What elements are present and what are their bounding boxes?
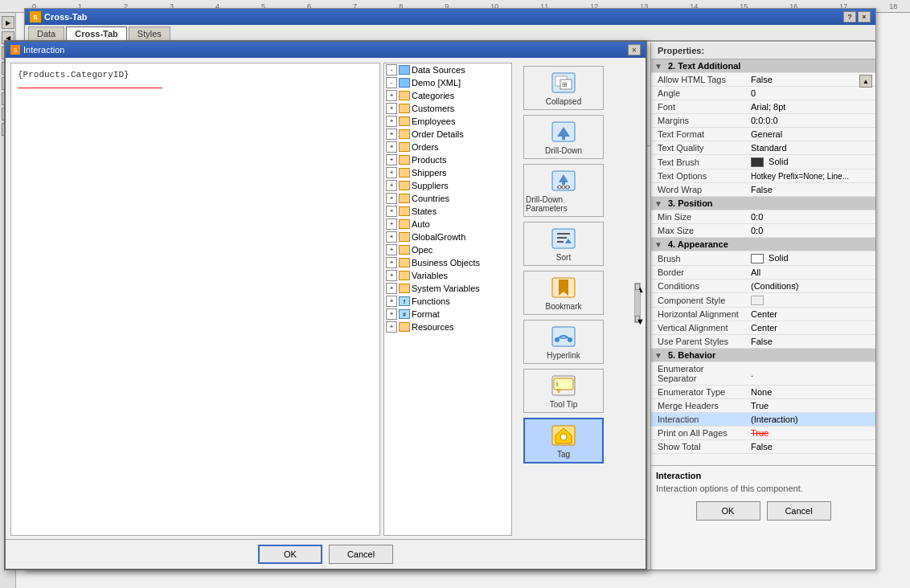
drill-down-label: Drill-Down [545,146,582,155]
tree-row-order-details[interactable]: + Order Details [384,128,511,141]
tag-svg [551,424,576,447]
expand-auto[interactable]: + [386,218,397,230]
tree-row-globalgrowth[interactable]: + GlobalGrowth [384,231,511,243]
value-font: Arial; 8pt [748,100,875,114]
section-position: ▼ 3. Position [651,197,875,210]
expand-products-tree[interactable]: + [386,154,397,165]
expand-format[interactable]: + [386,308,397,320]
tree-row-orders[interactable]: + Orders [384,141,511,153]
expand-customers[interactable]: + [386,103,397,114]
svg-point-25 [555,337,560,342]
props-ok-btn[interactable]: OK [696,501,760,521]
label-vert-align: Vertical Alignment [651,321,748,335]
expand-shippers[interactable]: + [386,167,397,178]
section-3-collapse[interactable]: ▼ [654,199,662,208]
section-5-collapse[interactable]: ▼ [654,351,662,360]
dialog-close-btn[interactable]: × [628,44,641,55]
drill-down-svg [551,120,576,143]
collapsed-btn[interactable]: ⊞ Collapsed [523,66,604,110]
tag-label: Tag [557,450,570,459]
tree-row-format[interactable]: + # Format [384,308,511,321]
label-word-wrap: Word Wrap [651,183,748,197]
value-angle: 0 [748,87,875,100]
tree-row-shippers[interactable]: + Shippers [384,166,511,179]
expand-orders[interactable]: + [386,141,397,153]
row-vert-align: Vertical Alignment Center [651,321,875,335]
expand-globalgrowth[interactable]: + [386,231,397,243]
toolbar-btn-1[interactable]: ▶ [2,16,14,29]
props-cancel-btn[interactable]: Cancel [767,501,831,521]
expand-functions[interactable]: + [386,296,397,307]
expand-countries[interactable]: + [386,193,397,204]
tab-data[interactable]: Data [28,27,64,40]
tree-row-auto[interactable]: + Auto [384,218,511,231]
row-text-format: Text Format General [651,128,875,141]
tree-row-system-variables[interactable]: + System Variables [384,282,511,295]
section-2-collapse[interactable]: ▼ [654,62,662,71]
tag-icon [551,423,576,448]
props-scroll-up[interactable]: ▲ [859,75,872,88]
vscroll-up[interactable]: ▲ [635,284,640,290]
tree-row-variables[interactable]: + Variables [384,269,511,282]
tooltip-btn[interactable]: i Tool Tip [523,369,604,413]
dialog-ok-btn[interactable]: OK [258,545,322,564]
label-print-all-pages: Print on All Pages [651,427,748,440]
tree-row-demo-xml[interactable]: - Demo [XML] [384,76,511,89]
section-4-collapse[interactable]: ▼ [654,240,662,249]
svg-point-16 [566,186,569,189]
expand-business-objects[interactable]: + [386,257,397,268]
vscroll-down[interactable]: ▼ [635,316,640,322]
tab-crosstab[interactable]: Cross-Tab [66,27,127,40]
expand-variables[interactable]: + [386,270,397,281]
expand-suppliers-tree[interactable]: + [386,180,397,191]
demo-xml-label: Demo [XML] [412,78,461,88]
tree-row-functions[interactable]: + f Functions [384,295,511,308]
hyperlink-btn[interactable]: Hyperlink [523,320,604,364]
expand-employees[interactable]: + [386,116,397,127]
tree-row-suppliers[interactable]: + Suppliers [384,179,511,192]
tree-row-states[interactable]: + States [384,205,511,218]
sort-btn[interactable]: Sort [523,222,604,266]
help-button[interactable]: ? [843,11,856,22]
bookmark-btn[interactable]: Bookmark [523,271,604,315]
variables-icon [399,271,410,280]
drill-down-params-btn[interactable]: Drill-Down Parameters [523,164,604,217]
value-conditions: (Conditions) [748,280,875,293]
tree-row-opec[interactable]: + Opec [384,243,511,256]
tag-btn[interactable]: Tag [523,418,604,463]
expand-categories-tree[interactable]: + [386,90,397,101]
tree-row-datasources[interactable]: - Data Sources [384,63,511,76]
tab-styles[interactable]: Styles [129,27,170,40]
business-objects-label: Business Objects [412,258,480,267]
tree-row-categories[interactable]: + Categories [384,89,511,102]
drill-params-svg [551,169,576,192]
categories-tree-icon [399,91,410,100]
tree-row-resources[interactable]: + Resources [384,321,511,333]
expand-opec[interactable]: + [386,244,397,255]
tree-row-products[interactable]: + Products [384,153,511,166]
tree-row-countries[interactable]: + Countries [384,192,511,205]
hyperlink-icon [551,324,576,349]
tree-row-business-objects[interactable]: + Business Objects [384,256,511,269]
label-horiz-align: Horizontal Alignment [651,308,748,321]
dialog-cancel-btn[interactable]: Cancel [329,545,393,564]
expand-demo-xml[interactable]: - [386,77,397,88]
expand-datasources[interactable]: - [386,64,397,76]
expression-content[interactable]: {Products.CategoryID} [11,63,379,86]
resources-label: Resources [412,322,454,332]
row-show-total: Show Total False [651,440,875,454]
drill-down-btn[interactable]: Drill-Down [523,115,604,159]
label-margins: Margins [651,114,748,128]
close-button[interactable]: × [858,11,871,22]
label-text-quality: Text Quality [651,141,748,155]
props-footer-title: Interaction [656,471,871,480]
props-action-buttons: OK Cancel [656,501,871,521]
tree-row-customers[interactable]: + Customers [384,102,511,115]
tree-row-employees[interactable]: + Employees [384,115,511,128]
expand-states[interactable]: + [386,206,397,217]
expand-order-details[interactable]: + [386,129,397,140]
expand-system-variables[interactable]: + [386,283,397,294]
row-interaction[interactable]: Interaction (Interaction) [651,413,875,427]
expand-resources[interactable]: + [386,321,397,333]
resources-icon [399,322,410,332]
